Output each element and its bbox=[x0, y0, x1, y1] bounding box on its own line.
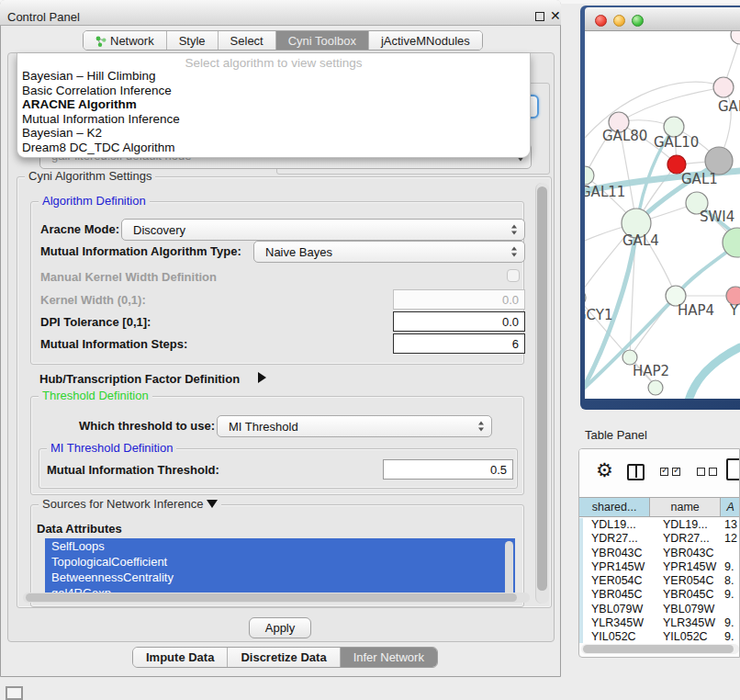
minimize-traffic-light-icon[interactable] bbox=[613, 15, 625, 27]
node-gcy1[interactable] bbox=[585, 289, 586, 306]
tab-select[interactable]: Select bbox=[219, 31, 276, 50]
table-row[interactable]: YLR345WYLR345W9. bbox=[583, 616, 740, 630]
select-all-icon[interactable] bbox=[660, 468, 680, 476]
control-panel-tabbar: Network Style Select Cyni Toolbox jActiv… bbox=[83, 30, 483, 51]
dropdown-item[interactable]: Basic Correlation Inference bbox=[17, 84, 530, 98]
table-row[interactable]: YPR145WYPR145W9. bbox=[583, 560, 740, 574]
column-header-a[interactable]: A bbox=[721, 498, 740, 516]
table-row[interactable]: YDR27...YDR27...12 bbox=[583, 532, 740, 546]
tab-infer-network[interactable]: Infer Network bbox=[341, 648, 437, 667]
tab-impute-data-label: Impute Data bbox=[146, 650, 214, 664]
aracne-mode-combobox[interactable]: Discovery bbox=[121, 219, 525, 241]
dpi-tolerance-field[interactable]: 0.0 bbox=[393, 311, 525, 332]
hub-definition-toggle-label[interactable]: Hub/Transcription Factor Definition bbox=[39, 372, 240, 386]
tab-impute-data[interactable]: Impute Data bbox=[133, 648, 228, 667]
tab-discretize-data[interactable]: Discretize Data bbox=[228, 648, 340, 667]
tab-style[interactable]: Style bbox=[167, 31, 219, 50]
tab-jactivemnodules[interactable]: jActiveMNodules bbox=[369, 31, 482, 50]
which-threshold-combobox[interactable]: MI Threshold bbox=[217, 415, 492, 437]
table-row[interactable]: YER054CYER054C8. bbox=[583, 574, 740, 588]
table-row[interactable]: YBR045CYBR045C9. bbox=[583, 588, 740, 602]
settings-scrollbar-thumb[interactable] bbox=[537, 186, 547, 591]
cell-shared: YDL19... bbox=[583, 518, 651, 532]
cell-shared: YDR27... bbox=[583, 532, 651, 546]
dropdown-item-selected[interactable]: ARACNE Algorithm bbox=[17, 97, 530, 112]
control-panel-titlebar[interactable]: Control Panel ✕ bbox=[0, 0, 561, 26]
table-row[interactable]: YDL19...YDL19...13 bbox=[583, 518, 740, 532]
algorithm-definition-title: Algorithm Definition bbox=[39, 194, 150, 208]
table-body[interactable]: YDL19...YDL19...13 YDR27...YDR27...12 YB… bbox=[579, 518, 740, 643]
data-attributes-label: Data Attributes bbox=[37, 522, 122, 536]
dropdown-item[interactable]: Dream8 DC_TDC Algorithm bbox=[17, 141, 530, 155]
mi-threshold-definition-title: MI Threshold Definition bbox=[47, 441, 176, 455]
table-hscrollbar-track[interactable] bbox=[581, 644, 739, 654]
mi-steps-label: Mutual Information Steps: bbox=[40, 337, 187, 351]
zoom-traffic-light-icon[interactable] bbox=[632, 15, 644, 27]
cell-shared: YLR345W bbox=[583, 616, 651, 630]
close-traffic-light-icon[interactable] bbox=[595, 15, 607, 27]
expand-arrow-icon[interactable] bbox=[258, 372, 266, 383]
algorithm-dropdown-list: Select algorithm to view settings Bayesi… bbox=[17, 53, 531, 158]
cell-name: YBL079W bbox=[651, 603, 723, 616]
column-header-shared-name[interactable]: shared... bbox=[579, 498, 650, 516]
sources-title[interactable]: Sources for Network Inference bbox=[39, 497, 221, 511]
cell-name: YDR27... bbox=[651, 532, 723, 546]
table-row[interactable]: YIL052CYIL052C9. bbox=[583, 630, 740, 643]
cell-name: YBR045C bbox=[651, 588, 723, 602]
close-icon[interactable]: ✕ bbox=[550, 8, 561, 23]
cell-shared: YPR145W bbox=[583, 560, 651, 574]
bottom-tabbar: Impute Data Discretize Data Infer Networ… bbox=[132, 647, 438, 668]
stepper-icon bbox=[511, 247, 517, 257]
cell-value: 8. bbox=[723, 574, 740, 588]
column-header-name[interactable]: name bbox=[650, 498, 721, 516]
list-item[interactable]: TopologicalCoefficient bbox=[45, 554, 515, 570]
node-top-edge[interactable] bbox=[731, 31, 740, 44]
kernel-width-field[interactable]: 0.0 bbox=[393, 289, 525, 310]
data-attributes-list[interactable]: SelfLoops TopologicalCoefficient Between… bbox=[45, 538, 515, 601]
control-panel-title: Control Panel bbox=[7, 10, 80, 24]
table-row[interactable]: YBL079WYBL079W bbox=[583, 603, 740, 616]
apply-button[interactable]: Apply bbox=[249, 617, 311, 638]
mi-algorithm-type-combobox[interactable]: Naive Bayes bbox=[253, 241, 525, 263]
network-window-titlebar[interactable] bbox=[585, 7, 740, 31]
mi-steps-field[interactable]: 6 bbox=[393, 333, 525, 354]
float-window-icon[interactable] bbox=[535, 12, 544, 21]
cell-shared: YBR045C bbox=[583, 588, 651, 602]
cell-shared: YBR043C bbox=[583, 547, 651, 560]
table-row[interactable]: YBR043CYBR043C bbox=[583, 547, 740, 560]
export-table-icon[interactable] bbox=[726, 458, 740, 480]
node-bottom-green[interactable] bbox=[648, 380, 663, 395]
tab-cyni-toolbox[interactable]: Cyni Toolbox bbox=[276, 31, 369, 50]
aracne-mode-label: Aracne Mode: bbox=[40, 222, 119, 236]
manual-kernel-width-checkbox[interactable] bbox=[507, 269, 520, 282]
settings-gear-icon[interactable]: ⚙ bbox=[596, 460, 613, 480]
tab-network[interactable]: Network bbox=[84, 31, 167, 50]
tab-network-label: Network bbox=[110, 34, 154, 48]
deselect-all-icon[interactable] bbox=[697, 468, 717, 476]
manual-kernel-width-label: Manual Kernel Width Definition bbox=[40, 270, 217, 284]
network-canvas[interactable]: GAL GAL80 GAL10 GAL1 GAL11 SWI4 GAL4 GCY… bbox=[585, 31, 740, 399]
cell-name: YIL052C bbox=[651, 630, 723, 643]
dropdown-item[interactable]: Mutual Information Inference bbox=[17, 112, 530, 127]
dropdown-item[interactable]: Bayesian – K2 bbox=[17, 126, 530, 141]
which-threshold-value: MI Threshold bbox=[229, 420, 298, 434]
table-hscrollbar-thumb[interactable] bbox=[583, 645, 734, 653]
node-label: GAL1 bbox=[681, 171, 718, 187]
tab-discretize-data-label: Discretize Data bbox=[241, 650, 326, 664]
node-label: GAL11 bbox=[585, 184, 625, 200]
node-label: GAL4 bbox=[622, 232, 659, 249]
mi-threshold-field[interactable]: 0.5 bbox=[383, 459, 513, 480]
node-gal-pink[interactable] bbox=[713, 77, 734, 97]
network-icon bbox=[95, 36, 107, 47]
stepper-icon bbox=[511, 225, 517, 235]
cell-value: 13 bbox=[723, 518, 740, 532]
list-item[interactable]: BetweennessCentrality bbox=[45, 570, 515, 585]
dropdown-prompt: Select algorithm to view settings bbox=[17, 53, 530, 69]
list-scrollbar-thumb[interactable] bbox=[505, 541, 513, 598]
list-item[interactable]: SelfLoops bbox=[45, 538, 515, 554]
dropdown-item[interactable]: Bayesian – Hill Climbing bbox=[17, 69, 530, 84]
column-layout-icon[interactable] bbox=[627, 464, 645, 480]
settings-hscrollbar-thumb[interactable] bbox=[26, 593, 517, 602]
node-label: GAL80 bbox=[602, 128, 647, 144]
minimized-panel-icon[interactable] bbox=[6, 686, 23, 700]
